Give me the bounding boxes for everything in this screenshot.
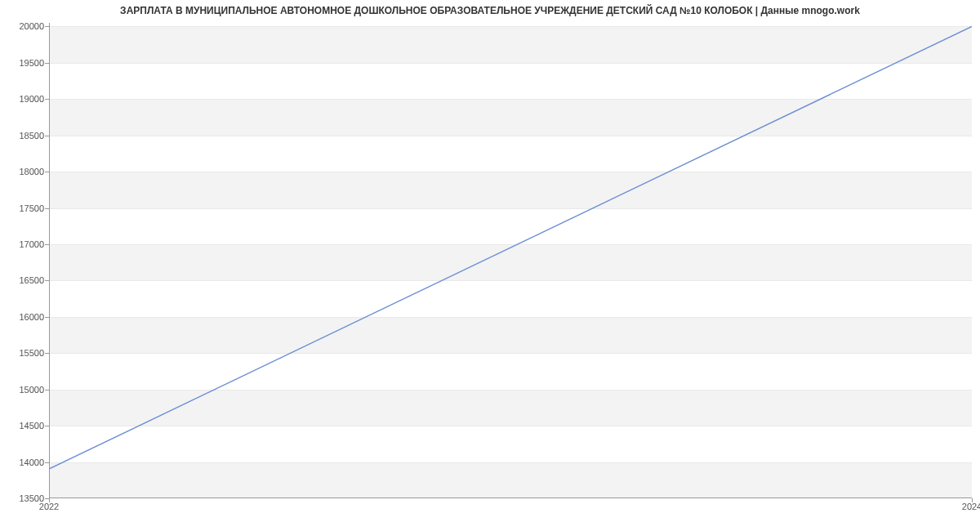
x-tick-label: 2024	[962, 502, 980, 511]
y-tick-label: 16000	[3, 312, 44, 322]
chart-title: ЗАРПЛАТА В МУНИЦИПАЛЬНОЕ АВТОНОМНОЕ ДОШК…	[0, 5, 980, 16]
y-tick-label: 19000	[3, 94, 44, 104]
y-tick-mark	[45, 99, 49, 100]
y-tick-label: 17500	[3, 203, 44, 213]
x-tick-mark	[49, 498, 50, 502]
y-tick-mark	[45, 208, 49, 209]
y-tick-label: 18000	[3, 167, 44, 176]
y-tick-label: 14000	[3, 457, 44, 467]
y-tick-mark	[45, 63, 49, 64]
y-tick-label: 17000	[3, 239, 44, 249]
series-path	[50, 26, 972, 468]
y-tick-mark	[45, 390, 49, 390]
y-tick-label: 14500	[3, 421, 44, 431]
chart-container: ЗАРПЛАТА В МУНИЦИПАЛЬНОЕ АВТОНОМНОЕ ДОШК…	[0, 0, 980, 531]
y-tick-label: 20000	[3, 21, 44, 31]
plot-area	[49, 23, 972, 498]
y-tick-label: 15500	[3, 348, 44, 358]
y-tick-mark	[45, 172, 49, 172]
y-tick-label: 16500	[3, 275, 44, 285]
y-tick-mark	[45, 353, 49, 354]
y-tick-mark	[45, 136, 49, 136]
y-tick-label: 13500	[3, 493, 44, 503]
y-tick-label: 15000	[3, 385, 44, 395]
y-tick-mark	[45, 426, 49, 426]
y-tick-mark	[45, 280, 49, 281]
y-tick-mark	[45, 317, 49, 318]
x-tick-mark	[972, 498, 973, 502]
y-tick-label: 19500	[3, 58, 44, 68]
y-tick-label: 18500	[3, 131, 44, 141]
line-series	[50, 23, 972, 498]
y-tick-mark	[45, 26, 49, 27]
x-tick-label: 2022	[39, 502, 59, 511]
y-tick-mark	[45, 462, 49, 463]
y-tick-mark	[45, 244, 49, 245]
